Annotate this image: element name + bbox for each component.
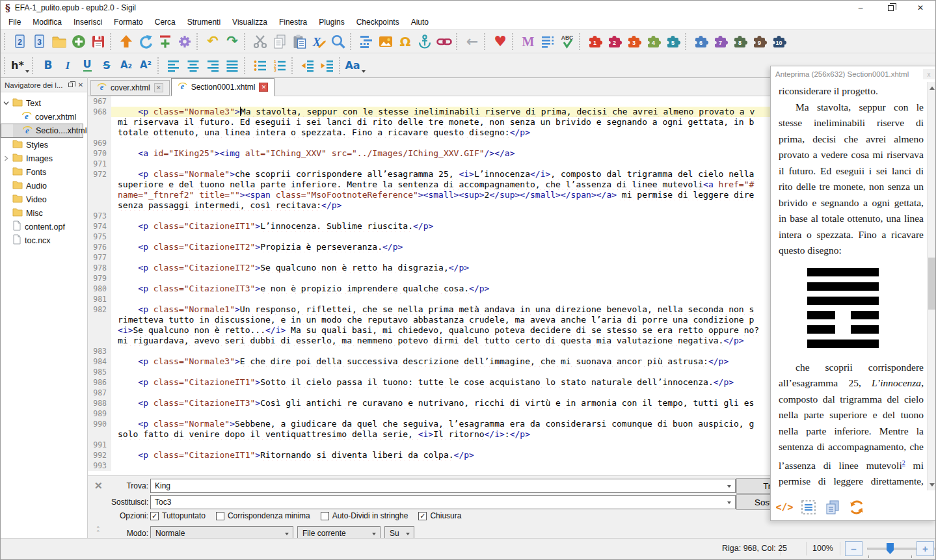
menu-file[interactable]: File bbox=[3, 15, 27, 29]
preview-close-icon[interactable]: x bbox=[923, 69, 935, 79]
plugin-6-button[interactable]: 6 bbox=[691, 32, 711, 51]
combo-arrow-icon[interactable] bbox=[727, 485, 731, 488]
select-all-icon[interactable] bbox=[800, 498, 817, 516]
replace-input[interactable]: Toc3 bbox=[150, 495, 736, 509]
option-chiusura[interactable]: ✓Chiusura bbox=[418, 511, 461, 520]
minimize-button[interactable]: – bbox=[846, 1, 876, 15]
checkbox-icon[interactable]: ✓ bbox=[150, 512, 159, 520]
move-up-button[interactable] bbox=[116, 32, 136, 51]
code-view-icon[interactable]: </> bbox=[776, 498, 793, 516]
checkbox-icon[interactable] bbox=[321, 512, 329, 520]
plugin-7-button[interactable]: 7 bbox=[711, 32, 730, 51]
preview-scrollbar[interactable] bbox=[927, 82, 936, 490]
zoom-out-button[interactable]: – bbox=[845, 541, 862, 556]
expander-down-icon[interactable] bbox=[3, 99, 9, 108]
anchor-button[interactable] bbox=[415, 32, 435, 51]
menu-finestra[interactable]: Finestra bbox=[273, 15, 313, 29]
expander-right-icon[interactable] bbox=[3, 154, 9, 163]
settings-button[interactable] bbox=[175, 32, 194, 51]
open-button[interactable] bbox=[49, 32, 69, 51]
paste-button[interactable] bbox=[289, 32, 309, 51]
plugin-4-button[interactable]: 4 bbox=[644, 32, 663, 51]
menu-strumenti[interactable]: Strumenti bbox=[181, 15, 226, 29]
add-existing-button[interactable] bbox=[69, 32, 88, 51]
align-right-button[interactable] bbox=[203, 56, 222, 75]
tree-item-text[interactable]: Text bbox=[1, 96, 87, 110]
list-ordered-button[interactable]: 123 bbox=[270, 56, 289, 75]
new-epub2-button[interactable]: 2 bbox=[10, 32, 30, 51]
combo-arrow-icon[interactable] bbox=[727, 501, 731, 504]
tree-item-styles[interactable]: Styles bbox=[1, 138, 87, 152]
close-find-icon[interactable]: ✕ bbox=[94, 480, 103, 492]
plugin-9-button[interactable]: 9 bbox=[750, 32, 769, 51]
copy-preview-icon[interactable] bbox=[824, 498, 841, 516]
close-button[interactable]: ✕ bbox=[905, 1, 935, 15]
list-bullet-button[interactable] bbox=[250, 56, 270, 75]
reload-preview-icon[interactable] bbox=[848, 498, 865, 516]
change-case-button[interactable]: Aa bbox=[345, 56, 365, 75]
menu-cerca[interactable]: Cerca bbox=[149, 15, 181, 29]
menu-modifica[interactable]: Modifica bbox=[27, 15, 68, 29]
align-left-button[interactable] bbox=[164, 56, 183, 75]
tree-item-fonts[interactable]: Fonts bbox=[1, 165, 87, 179]
italic-button[interactable]: I bbox=[58, 56, 77, 75]
tree-item-misc[interactable]: Misc bbox=[1, 206, 87, 220]
tab-cover.xhtml[interactable]: ecover.xhtml✕ bbox=[90, 80, 170, 96]
option-corrispondenza-minima[interactable]: Corrispondenza minima bbox=[216, 511, 310, 520]
indent-button[interactable] bbox=[317, 56, 337, 75]
delete-edit-button[interactable]: X bbox=[309, 32, 328, 51]
outdent-button[interactable] bbox=[298, 56, 317, 75]
collapse-find-icon[interactable]: ⌃⌃ bbox=[96, 527, 101, 535]
undo-button[interactable]: ↶ bbox=[203, 32, 222, 51]
strikethrough-button[interactable]: S bbox=[97, 56, 116, 75]
tab-close-icon[interactable]: ✕ bbox=[259, 83, 268, 92]
preview-scrollbar-thumb[interactable] bbox=[928, 258, 935, 310]
find-button[interactable] bbox=[328, 32, 348, 51]
donate-button[interactable]: ♥ bbox=[490, 32, 510, 51]
zoom-in-button[interactable]: + bbox=[916, 541, 934, 556]
menu-aiuto[interactable]: Aiuto bbox=[405, 15, 435, 29]
menu-formato[interactable]: Formato bbox=[108, 15, 149, 29]
menu-checkpoints[interactable]: Checkpoints bbox=[351, 15, 405, 29]
bold-button[interactable]: B bbox=[38, 56, 58, 75]
redo-button[interactable]: ↷ bbox=[222, 32, 242, 51]
refresh-button[interactable] bbox=[136, 32, 155, 51]
subscript-button[interactable]: A₂ bbox=[116, 56, 136, 75]
cut-button[interactable] bbox=[250, 32, 270, 51]
restore-button[interactable] bbox=[876, 1, 905, 15]
tab-close-icon[interactable]: ✕ bbox=[154, 83, 163, 92]
scroll-down-icon[interactable] bbox=[928, 480, 936, 489]
plugin-8-button[interactable]: 8 bbox=[730, 32, 750, 51]
find-input[interactable]: King bbox=[150, 479, 736, 493]
menu-inserisci[interactable]: Inserisci bbox=[68, 15, 108, 29]
underline-button[interactable]: U bbox=[77, 56, 97, 75]
plugin-1-button[interactable]: 1 bbox=[585, 32, 605, 51]
spellcheck-button[interactable]: ABC bbox=[557, 32, 577, 51]
insert-image-button[interactable] bbox=[376, 32, 395, 51]
tree-item-audio[interactable]: Audio bbox=[1, 179, 87, 193]
float-panel-icon[interactable] bbox=[65, 80, 75, 90]
tree-item-toc-ncx[interactable]: toc.ncx bbox=[1, 233, 87, 247]
align-center-button[interactable] bbox=[183, 56, 203, 75]
tab-section0001.xhtml[interactable]: eSection0001.xhtml✕ bbox=[171, 78, 275, 96]
back-button[interactable]: ← bbox=[462, 32, 482, 51]
close-panel-icon[interactable]: ✕ bbox=[75, 80, 86, 90]
toc-button[interactable] bbox=[538, 32, 557, 51]
scroll-up-icon[interactable] bbox=[928, 83, 936, 92]
mend-button[interactable] bbox=[356, 32, 376, 51]
align-justify-button[interactable] bbox=[222, 56, 242, 75]
plugin-2-button[interactable]: 2 bbox=[605, 32, 624, 51]
special-chars-button[interactable]: Ω bbox=[395, 32, 415, 51]
heading-button[interactable]: h* bbox=[10, 56, 30, 75]
new-epub3-button[interactable]: 3 bbox=[30, 32, 49, 51]
tree-item-images[interactable]: Images bbox=[1, 152, 87, 165]
option-tuttopuntato[interactable]: ✓Tuttopuntato bbox=[150, 511, 206, 520]
checkbox-icon[interactable]: ✓ bbox=[418, 512, 427, 520]
copy-button[interactable] bbox=[270, 32, 289, 51]
plugin-10-button[interactable]: 10 bbox=[769, 32, 789, 51]
checkbox-icon[interactable] bbox=[216, 512, 224, 520]
plugin-5-button[interactable]: 5 bbox=[663, 32, 683, 51]
superscript-button[interactable]: A² bbox=[136, 56, 155, 75]
save-button[interactable] bbox=[88, 32, 108, 51]
tree-item-sectio-xhtml[interactable]: eSectio....xhtml bbox=[1, 124, 83, 138]
